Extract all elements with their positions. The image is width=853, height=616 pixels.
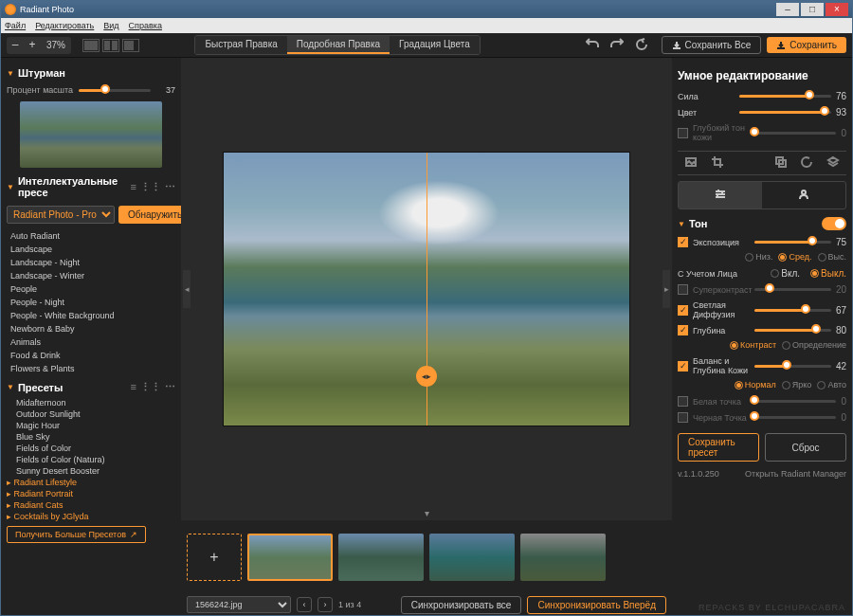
save-all-button[interactable]: Сохранить Все [662,36,762,54]
grid-icon[interactable]: ⋮⋮ [140,181,161,193]
preset-item[interactable]: Blue Sky [16,431,175,443]
collapse-left-icon[interactable]: ◂ [183,270,191,308]
tone-toggle[interactable] [822,217,846,230]
next-image-button[interactable]: › [318,597,333,612]
preset-item[interactable]: Sunny Desert Booster [16,465,175,477]
menu-file[interactable]: Файл [5,21,26,30]
more-icon[interactable]: ⋯ [165,381,175,393]
list-icon[interactable]: ≡ [131,181,136,193]
preset-category[interactable]: ▸ Radiant Cats [7,499,175,511]
undo-button[interactable] [586,38,601,53]
window-minimize-button[interactable]: – [776,3,799,16]
split-handle[interactable]: ◂▸ [416,366,437,387]
skin-bright-radio[interactable]: Ярко [782,380,812,390]
supercontrast-checkbox[interactable] [678,284,688,295]
smart-preset-item[interactable]: Animals [7,335,175,349]
sync-forward-button[interactable]: Синхронизировать Вперёд [527,596,666,614]
navigator-thumbnail[interactable] [20,101,162,168]
skin-balance-checkbox[interactable] [678,361,688,371]
smart-preset-item[interactable]: Food & Drink [7,349,175,362]
skin-tone-checkbox[interactable] [678,128,688,138]
smart-preset-item[interactable]: Landscape - Night [7,256,175,269]
get-more-presets-button[interactable]: Получить Больше Пресетов ↗ [7,526,146,543]
collapse-right-icon[interactable]: ▸ [662,270,670,308]
preset-category[interactable]: ▸ Radiant Portrait [7,488,175,499]
filmstrip-thumb[interactable] [338,534,424,581]
menu-view[interactable]: Вид [103,21,118,30]
smart-preset-item[interactable]: People - Night [7,296,175,309]
reset-preset-button[interactable]: Сброс [765,433,846,462]
zoom-in-button[interactable]: + [24,37,41,54]
crop-tab[interactable] [704,152,731,174]
skin-tone-slider[interactable] [754,132,836,135]
smart-preset-item[interactable]: Newborn & Baby [7,322,175,335]
zoom-value[interactable]: 37% [41,40,71,50]
face-off-radio[interactable]: Выкл. [810,268,846,279]
depth-contrast-radio[interactable]: Контраст [730,340,776,350]
window-maximize-button[interactable]: □ [801,3,824,16]
open-manager-link[interactable]: Открыть Radiant Manager [745,469,846,479]
preset-item[interactable]: Fields of Color [16,443,175,454]
filmstrip-thumb[interactable] [520,534,606,581]
exposure-mid-radio[interactable]: Сред. [778,252,811,262]
detect-button[interactable]: Обнаружить [118,206,181,224]
navigator-header[interactable]: ▼ Штурман [7,63,175,82]
depth-definition-radio[interactable]: Определение [782,340,846,350]
filmstrip-thumb[interactable] [247,534,333,581]
more-icon[interactable]: ⋯ [165,181,175,193]
add-image-button[interactable]: + [187,534,242,581]
face-on-radio[interactable]: Вкл. [771,268,800,279]
collapse-filmstrip-icon[interactable]: ▾ [425,508,429,518]
white-point-checkbox[interactable] [678,396,688,407]
grid-icon[interactable]: ⋮⋮ [140,381,161,393]
smart-preset-item[interactable]: Flowers & Plants [7,362,175,375]
sync-all-button[interactable]: Синхронизировать все [401,596,522,614]
tone-header[interactable]: ▼ Тон [678,213,846,234]
tab-quick-edit[interactable]: Быстрая Правка [195,36,286,54]
smart-preset-item[interactable]: People [7,282,175,296]
depth-slider[interactable] [754,329,831,332]
diffusion-checkbox[interactable] [678,305,688,316]
zoom-scale-slider[interactable] [79,89,151,92]
file-select[interactable]: 1566242.jpg [187,596,291,613]
presets-header[interactable]: ▼ Пресеты ≡ ⋮⋮ ⋯ [7,377,175,397]
layers-tab[interactable] [820,152,846,174]
preset-profile-select[interactable]: Radiant Photo - Pro [7,206,115,224]
window-close-button[interactable]: × [826,3,848,16]
smart-preset-item[interactable]: Landscape - Winter [7,269,175,282]
zoom-out-button[interactable]: – [7,37,24,54]
skin-balance-slider[interactable] [754,365,831,368]
strength-slider[interactable] [739,95,831,98]
exposure-low-radio[interactable]: Низ. [745,252,772,262]
skin-auto-radio[interactable]: Авто [817,380,846,390]
menu-help[interactable]: Справка [129,21,162,30]
diffusion-slider[interactable] [754,309,831,312]
view-split-button[interactable] [102,39,119,52]
black-point-slider[interactable] [754,416,836,419]
prev-image-button[interactable]: ‹ [297,597,312,612]
portrait-tab[interactable] [762,182,845,208]
preset-item[interactable]: Midafternoon [16,397,175,408]
exposure-checkbox[interactable] [678,237,688,247]
depth-checkbox[interactable] [678,325,688,335]
preset-item[interactable]: Fields of Color (Natura) [16,454,175,465]
main-canvas[interactable]: ◂▸ [223,152,630,426]
color-slider[interactable] [739,111,831,114]
tab-color-grade[interactable]: Градация Цвета [390,36,480,54]
view-single-button[interactable] [82,39,100,52]
rotate-tab[interactable] [794,152,821,174]
supercontrast-slider[interactable] [754,288,831,291]
image-tab[interactable] [678,152,704,174]
exposure-high-radio[interactable]: Выс. [818,252,846,262]
skin-normal-radio[interactable]: Нормал [735,380,776,390]
white-point-slider[interactable] [754,400,836,403]
sliders-tab[interactable] [679,182,762,208]
preset-item[interactable]: Magic Hour [16,420,175,431]
smart-presets-header[interactable]: ▼ Интеллектуальные пресе ≡ ⋮⋮ ⋯ [7,172,175,202]
exposure-slider[interactable] [754,241,831,244]
smart-preset-item[interactable]: Landscape [7,243,175,256]
menu-edit[interactable]: Редактировать [35,21,94,30]
preset-category[interactable]: ▸ Radiant Lifestyle [7,477,175,488]
smart-preset-item[interactable]: Auto Radiant [7,229,175,243]
save-button[interactable]: Сохранить [767,37,846,53]
